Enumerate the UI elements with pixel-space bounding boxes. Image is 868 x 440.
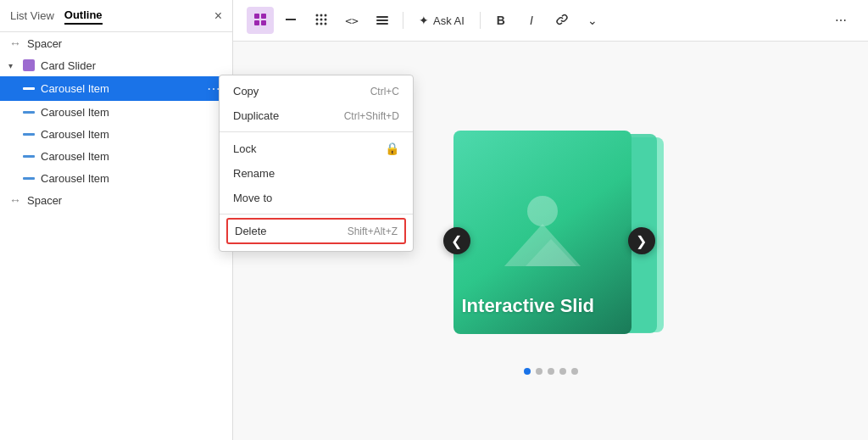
ctx-delete-shortcut: Shift+Alt+Z xyxy=(348,226,398,237)
sidebar-item-carousel-1[interactable]: Carousel Item ⋯ xyxy=(0,76,232,101)
ai-sparkle-icon: ✦ xyxy=(419,14,429,27)
ask-ai-label: Ask AI xyxy=(433,14,465,27)
svg-point-9 xyxy=(320,18,323,20)
ctx-divider-2 xyxy=(220,214,413,214)
svg-point-11 xyxy=(316,22,319,25)
italic-icon: I xyxy=(530,14,533,27)
bold-icon: B xyxy=(497,14,505,27)
carousel-icon xyxy=(22,82,36,96)
context-menu: Copy Ctrl+C Duplicate Ctrl+Shift+D Lock … xyxy=(219,75,414,252)
sidebar-item-card-slider[interactable]: ▾ Card Slider xyxy=(0,54,232,76)
svg-point-13 xyxy=(325,22,327,25)
ctx-lock-label: Lock xyxy=(233,142,385,155)
ask-ai-button[interactable]: ✦ Ask AI xyxy=(410,10,473,31)
ctx-rename[interactable]: Rename xyxy=(220,161,413,186)
ctx-delete-label: Delete xyxy=(235,225,348,237)
toolbar: <> ✦ Ask AI B I ⌄ xyxy=(233,0,868,42)
ctx-duplicate-label: Duplicate xyxy=(233,109,344,122)
sidebar-header: List View Outline × xyxy=(0,0,232,32)
chevron-down-icon: ⌄ xyxy=(587,14,598,27)
svg-point-17 xyxy=(527,196,558,226)
carousel-icon xyxy=(22,171,36,185)
slide-text: Interactive Slid xyxy=(462,295,623,317)
svg-rect-1 xyxy=(261,14,266,19)
dot-2[interactable] xyxy=(536,368,542,375)
italic-button[interactable]: I xyxy=(518,7,545,34)
sidebar: List View Outline × ↔ Spacer ▾ Card Slid… xyxy=(0,0,233,440)
sidebar-item-carousel-3[interactable]: Carousel Item xyxy=(0,123,232,145)
svg-point-8 xyxy=(316,18,319,20)
sidebar-item-carousel-5[interactable]: Carousel Item xyxy=(0,167,232,189)
ctx-move-to[interactable]: Move to xyxy=(220,186,413,210)
ctx-rename-label: Rename xyxy=(233,167,399,180)
svg-rect-2 xyxy=(254,20,259,25)
dot-3[interactable] xyxy=(548,368,554,375)
ellipsis-icon: ⋯ xyxy=(835,14,847,27)
link-icon xyxy=(555,13,569,29)
align-icon xyxy=(376,13,389,29)
ctx-copy-shortcut: Ctrl+C xyxy=(370,86,399,97)
ctx-lock[interactable]: Lock 🔒 xyxy=(220,136,413,161)
svg-rect-16 xyxy=(376,23,388,25)
ctx-copy[interactable]: Copy Ctrl+C xyxy=(220,79,413,103)
line-button[interactable] xyxy=(277,7,304,34)
svg-point-10 xyxy=(325,18,327,20)
carousel-navigation: ❮ ❯ xyxy=(443,227,655,254)
sidebar-item-label: Carousel Item xyxy=(41,128,224,141)
dot-1[interactable] xyxy=(524,368,531,375)
sidebar-item-carousel-2[interactable]: Carousel Item xyxy=(0,101,232,123)
toolbar-divider xyxy=(403,12,403,29)
sidebar-item-label: Spacer xyxy=(27,37,224,50)
sidebar-item-label: Carousel Item xyxy=(41,150,224,163)
carousel-widget: Interactive Slid ❮ ❯ xyxy=(453,131,648,351)
code-button[interactable]: <> xyxy=(338,7,365,34)
svg-rect-14 xyxy=(376,16,388,18)
block-icon xyxy=(253,13,267,29)
grid-button[interactable] xyxy=(308,7,335,34)
ctx-copy-label: Copy xyxy=(233,85,370,97)
next-arrow-button[interactable]: ❯ xyxy=(628,227,655,254)
tab-outline[interactable]: Outline xyxy=(64,7,103,25)
svg-point-6 xyxy=(320,14,323,16)
align-button[interactable] xyxy=(369,7,396,34)
toolbar-divider-2 xyxy=(480,12,481,29)
svg-point-12 xyxy=(320,22,323,25)
sidebar-item-carousel-4[interactable]: Carousel Item xyxy=(0,145,232,167)
grid-icon xyxy=(314,13,328,29)
sidebar-item-spacer2[interactable]: ↔ Spacer xyxy=(0,189,232,211)
svg-rect-3 xyxy=(261,20,266,25)
prev-arrow-button[interactable]: ❮ xyxy=(443,227,470,254)
svg-point-5 xyxy=(316,14,319,16)
resize-icon: ↔ xyxy=(8,36,22,50)
resize-icon: ↔ xyxy=(8,193,22,207)
dropdown-button[interactable]: ⌄ xyxy=(579,7,606,34)
code-icon: <> xyxy=(345,14,359,27)
dot-5[interactable] xyxy=(571,368,578,375)
sidebar-item-label: Card Slider xyxy=(41,59,224,72)
block-button[interactable] xyxy=(247,7,274,34)
dot-4[interactable] xyxy=(559,368,566,375)
close-button[interactable]: × xyxy=(214,9,222,23)
svg-rect-0 xyxy=(254,14,259,19)
tree-view: ↔ Spacer ▾ Card Slider Carousel Item ⋯ C… xyxy=(0,32,232,211)
ctx-delete[interactable]: Delete Shift+Alt+Z xyxy=(226,218,406,244)
sidebar-item-spacer1[interactable]: ↔ Spacer xyxy=(0,32,232,54)
bold-button[interactable]: B xyxy=(487,7,515,34)
carousel-icon xyxy=(22,149,36,163)
link-button[interactable] xyxy=(548,7,576,34)
card-icon xyxy=(22,58,36,72)
svg-point-7 xyxy=(325,14,327,16)
ctx-move-label: Move to xyxy=(233,192,399,204)
sidebar-item-label: Carousel Item xyxy=(41,82,203,95)
tab-list-view[interactable]: List View xyxy=(10,8,54,24)
ctx-duplicate-shortcut: Ctrl+Shift+D xyxy=(344,110,399,122)
svg-rect-15 xyxy=(376,19,388,21)
sidebar-item-label: Carousel Item xyxy=(41,172,224,185)
lock-icon: 🔒 xyxy=(385,142,399,155)
carousel-dots xyxy=(453,368,648,375)
more-options-button[interactable]: ⋯ xyxy=(827,7,854,34)
ctx-divider-1 xyxy=(220,131,413,132)
carousel-icon xyxy=(22,127,36,141)
line-icon xyxy=(284,13,298,29)
ctx-duplicate[interactable]: Duplicate Ctrl+Shift+D xyxy=(220,103,413,128)
